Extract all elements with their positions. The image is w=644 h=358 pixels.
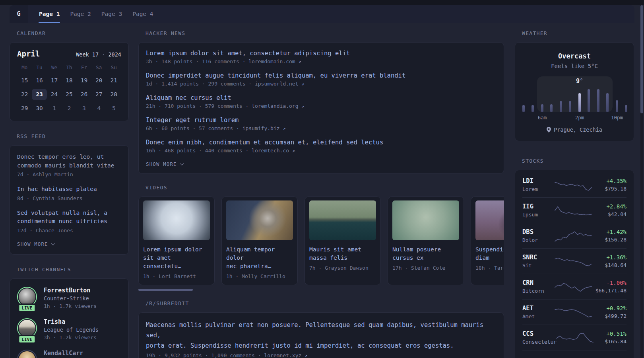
stock-sparkline <box>555 204 592 216</box>
stock-ticker[interactable]: AET <box>522 305 555 312</box>
tab-page-1[interactable]: Page 1 <box>39 5 60 23</box>
video-title-link[interactable]: Aliquam tempor dolor nec pharetra… <box>226 245 293 270</box>
calendar-day[interactable]: 18 <box>62 75 76 86</box>
weather-bar <box>569 101 571 112</box>
stock-ticker[interactable]: IIG <box>522 203 555 210</box>
calendar-day[interactable]: 20 <box>91 75 106 86</box>
video-card[interactable]: Mauris sit amet massa felis 7h · Grayson… <box>305 197 381 285</box>
calendar-day[interactable]: 29 <box>17 103 32 114</box>
weather-location: Prague, Czechia <box>522 126 627 133</box>
video-thumbnail[interactable] <box>309 200 376 240</box>
video-card[interactable]: Nullam posuere cursus ex 17h · Stefan Co… <box>388 197 464 285</box>
page-scrollbar-thumb[interactable] <box>640 5 643 113</box>
stock-row: SNRC Sit +1.36% $148.64 <box>522 248 627 274</box>
twitch-channel-row: LIVE ForrestBurton Counter-Strike 1h · 1… <box>17 287 121 309</box>
weather-current-temp: 9° <box>576 78 583 85</box>
hn-item-domain-link[interactable]: loremlandia.org <box>252 103 298 109</box>
stock-ticker[interactable]: DBS <box>522 228 555 235</box>
tab-page-4[interactable]: Page 4 <box>132 5 153 23</box>
video-title-link[interactable]: Suspendisse diam <box>475 245 504 262</box>
calendar-day[interactable]: 30 <box>32 103 47 114</box>
stock-sparkline <box>555 306 592 318</box>
hn-item-stats: 1d · 1,414 points · 299 comments · <box>146 81 252 87</box>
stock-name: Amet <box>522 313 555 319</box>
external-link-icon: ↗ <box>292 148 295 154</box>
tab-page-2[interactable]: Page 2 <box>70 5 91 23</box>
stock-ticker[interactable]: LDI <box>522 177 555 185</box>
hn-item-domain-link[interactable]: ipsumworld.net <box>255 81 299 87</box>
twitch-channel-meta: 1h · 1.7k viewers <box>44 303 97 309</box>
calendar-day[interactable]: 22 <box>17 89 32 100</box>
video-title-link[interactable]: Lorem ipsum dolor sit amet consectetu… <box>143 245 210 270</box>
video-meta: 18h · Tara <box>475 265 504 271</box>
app-logo[interactable]: G <box>10 5 28 23</box>
videos-horizontal-scrollbar[interactable] <box>138 289 193 291</box>
calendar-day[interactable]: 24 <box>47 89 62 100</box>
hn-item-link[interactable]: Lorem ipsum dolor sit amet, consectetur … <box>146 50 497 57</box>
location-pin-icon <box>547 127 551 132</box>
calendar-day-next-month[interactable]: 2 <box>62 103 76 114</box>
hn-item-link[interactable]: Aliquam nec cursus elit <box>146 94 497 101</box>
hn-item-domain-link[interactable]: ipsumify.biz <box>242 125 280 131</box>
rss-item-link[interactable]: Sed volutpat nulla nisl, a condimentum n… <box>17 209 121 226</box>
hn-item-domain-link[interactable]: loremtech.co <box>252 148 289 154</box>
hn-item-link[interactable]: Donec imperdiet augue tincidunt felis al… <box>146 72 497 79</box>
stock-row: CCS Consectetur +0.51% $165.84 <box>522 325 627 350</box>
video-thumbnail[interactable] <box>226 200 293 240</box>
rss-item-link[interactable]: Donec tempor eros leo, ut commodo mauris… <box>17 153 121 170</box>
calendar-day-next-month[interactable]: 3 <box>77 103 91 114</box>
calendar-day[interactable]: 25 <box>62 89 76 100</box>
stock-ticker[interactable]: SNRC <box>522 254 555 261</box>
weather-hour-labels: 6am 2pm 10pm <box>522 115 627 121</box>
tab-page-3[interactable]: Page 3 <box>101 5 122 23</box>
hn-item-domain-link[interactable]: loremdomain.com <box>248 58 295 64</box>
weekday-header: Su <box>107 64 121 70</box>
reddit-post-domain-link[interactable]: loremnet.xyz <box>264 352 301 358</box>
rss-show-more-button[interactable]: SHOW MORE <box>17 241 121 247</box>
video-card[interactable]: Lorem ipsum dolor sit amet consectetu… 1… <box>138 197 215 285</box>
calendar-day[interactable]: 21 <box>107 75 121 86</box>
videos-section-title: VIDEOS <box>145 185 504 191</box>
video-thumbnail[interactable] <box>475 200 504 240</box>
rss-item: Sed volutpat nulla nisl, a condimentum n… <box>17 209 121 233</box>
video-thumbnail[interactable] <box>143 200 210 240</box>
rss-item-link[interactable]: In hac habitasse platea <box>17 185 121 194</box>
twitch-channel-name[interactable]: KendallCarr <box>44 350 83 357</box>
calendar-day[interactable]: 26 <box>77 89 91 100</box>
calendar-day[interactable]: 19 <box>77 75 91 86</box>
twitch-channel-name[interactable]: ForrestBurton <box>44 287 97 294</box>
video-card[interactable]: Aliquam tempor dolor nec pharetra… 1h · … <box>221 197 298 285</box>
calendar-day[interactable]: 17 <box>47 75 62 86</box>
video-thumbnail[interactable] <box>392 200 459 240</box>
show-more-label: SHOW MORE <box>146 161 177 167</box>
weather-widget: Overcast Feels like 5°C 9° 6am 2pm 10pm … <box>515 42 634 141</box>
calendar-day-selected[interactable]: 23 <box>32 89 47 100</box>
stock-ticker[interactable]: CRN <box>522 279 555 286</box>
twitch-channel-name[interactable]: Trisha <box>44 318 99 325</box>
calendar-day-next-month[interactable]: 5 <box>107 103 121 114</box>
stock-ticker[interactable]: CCS <box>522 330 557 337</box>
video-meta: 7h · Grayson Dawson <box>309 265 376 271</box>
calendar-day[interactable]: 28 <box>107 89 121 100</box>
calendar-day[interactable]: 16 <box>32 75 47 86</box>
calendar-day-next-month[interactable]: 4 <box>91 103 106 114</box>
hn-item-meta: 6h · 60 points · 57 comments · ipsumify.… <box>146 125 497 131</box>
hn-item-meta: 21h · 710 points · 579 comments · loreml… <box>146 103 497 109</box>
hn-item-link[interactable]: Donec enim nibh, condimentum et accumsan… <box>146 139 497 146</box>
avatar[interactable] <box>17 350 37 358</box>
calendar-day-next-month[interactable]: 1 <box>47 103 62 114</box>
hn-item-link[interactable]: Integer eget rutrum lorem <box>146 117 497 124</box>
reddit-post-link[interactable]: Maecenas mollis pulvinar erat non posuer… <box>146 320 497 351</box>
video-title-link[interactable]: Nullam posuere cursus ex <box>392 245 459 262</box>
stock-price: $42.04 <box>592 211 627 217</box>
calendar-day[interactable]: 27 <box>91 89 106 100</box>
rss-item: Donec tempor eros leo, ut commodo mauris… <box>17 153 121 177</box>
stock-change: +1.42% <box>592 229 627 235</box>
video-title-link[interactable]: Mauris sit amet massa felis <box>309 245 376 262</box>
stock-row: AHS +0.46% <box>522 350 627 358</box>
calendar-day[interactable]: 15 <box>17 75 32 86</box>
weather-bar <box>597 89 599 112</box>
video-card[interactable]: Suspendisse diam 18h · Tara <box>471 197 504 285</box>
hn-show-more-button[interactable]: SHOW MORE <box>146 161 497 167</box>
stock-price: $165.84 <box>593 339 627 344</box>
